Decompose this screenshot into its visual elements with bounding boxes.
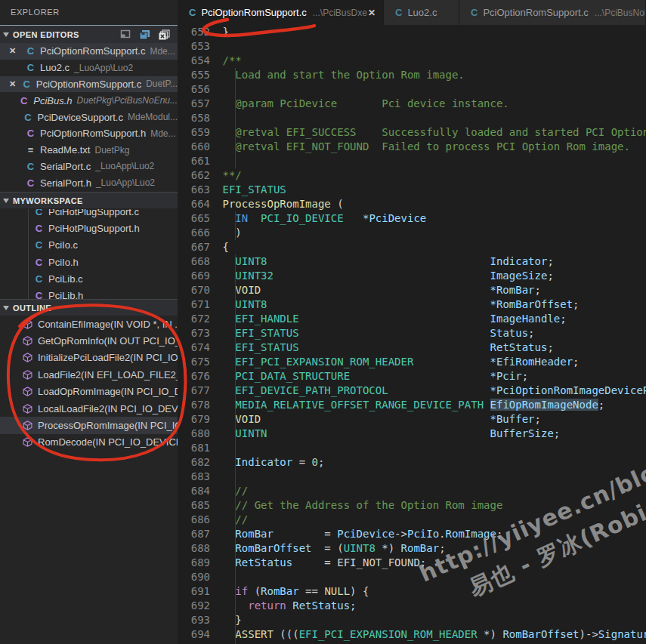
code-line[interactable]: 680 UINTN BufferSize; — [178, 427, 646, 441]
code-line[interactable]: 665 IN PCI_IO_DEVICE *PciDevice — [178, 211, 646, 226]
code-line[interactable]: 687 RomBar = PciDevice->PciIo.RomImage; — [178, 527, 646, 541]
code-line[interactable]: 676 PCI_DATA_STRUCTURE *Pcir; — [178, 369, 646, 384]
close-dirty-icon[interactable]: ✕ — [9, 79, 21, 89]
open-editor-item[interactable]: ✕CPciOptionRomSupport.cDuetP... — [0, 76, 178, 93]
new-file-icon[interactable] — [120, 29, 131, 39]
workspace-file-item[interactable]: CPciHotPlugSupport.h — [0, 220, 178, 236]
c-file-icon: C — [189, 7, 196, 18]
code-line[interactable]: 691 if (RomBar == NULL) { — [178, 584, 646, 599]
code-line[interactable]: 662**/ — [178, 168, 646, 183]
code-line[interactable]: 667{ — [178, 240, 646, 254]
save-all-icon[interactable] — [139, 29, 150, 40]
outline-symbol-item[interactable]: RomDecode(IN PCI_IO_DEVICE ... — [0, 434, 178, 451]
file-name: PciOptionRomSupport.c — [36, 79, 141, 90]
code-editor[interactable]: 652}653654/**655 Load and start the Opti… — [178, 25, 646, 644]
close-dirty-icon[interactable]: ✕ — [9, 46, 25, 56]
code-line[interactable]: 670 VOID *RomBar; — [178, 283, 646, 297]
workspace-file-item[interactable]: CPciIo.c — [0, 237, 178, 254]
code-line[interactable]: 682 Indicator = 0; — [178, 455, 646, 470]
workspace-file-item[interactable]: CPciLib.c — [0, 270, 178, 287]
code-line[interactable]: 655 Load and start the Option Rom image. — [178, 68, 646, 82]
code-line[interactable]: 690 — [178, 570, 646, 584]
tab-title: Luo2.c — [407, 7, 437, 18]
code-line[interactable]: 678 MEDIA_RELATIVE_OFFSET_RANGE_DEVICE_P… — [178, 398, 646, 412]
file-name: PciDeviceSupport.c — [38, 112, 123, 123]
outline-section-header[interactable]: OUTLINE — [0, 299, 178, 316]
code-line[interactable]: 657 @param PciDevice Pci device instance… — [178, 97, 646, 111]
open-editor-item[interactable]: ✕CPciOptionRomSupport.cMde... — [0, 43, 178, 60]
outline-symbol-item[interactable]: ContainEfiImage(IN VOID *, IN ... — [0, 316, 178, 332]
outline-symbol-item[interactable]: LoadFile2(IN EFI_LOAD_FILE2_PR... — [0, 366, 178, 383]
open-editor-item[interactable]: CSerialPort.c_LuoApp\Luo2 — [0, 159, 178, 175]
code-text: return RetStatus; — [223, 599, 357, 612]
tab-Luo2.c[interactable]: CLuo2.c — [384, 0, 459, 25]
code-line[interactable]: 689 RetStatus = EFI_NOT_FOUND; — [178, 556, 646, 570]
code-line[interactable]: 685 // Get the Address of the Option Rom… — [178, 498, 646, 513]
open-editor-item[interactable]: CSerialPort.h_LuoApp\Luo2 — [0, 174, 178, 191]
code-text: UINT8 *RomBarOffset; — [223, 298, 580, 310]
code-line[interactable]: 694 ASSERT (((EFI_PCI_EXPANSION_ROM_HEAD… — [178, 627, 646, 642]
open-editor-item[interactable]: CLuo2.c_LuoApp\Luo2 — [0, 60, 178, 76]
code-line[interactable]: 693 } — [178, 613, 646, 627]
code-line[interactable]: 669 UINT32 ImageSize; — [178, 269, 646, 283]
code-line[interactable]: 661 — [178, 154, 646, 168]
code-line[interactable]: 679 VOID *Buffer; — [178, 412, 646, 427]
code-line[interactable]: 659 @retval EFI_SUCCESS Successfully loa… — [178, 125, 646, 140]
file-path: DuetPkg — [94, 145, 129, 156]
open-editors-section-header[interactable]: OPEN EDITORS — [0, 25, 178, 43]
line-number: 681 — [178, 441, 210, 455]
workspace-section-header[interactable]: MYWORKSPACE — [0, 192, 178, 208]
outline-symbol-item[interactable]: ProcessOpRomImage(IN PCI_IO... — [0, 417, 178, 433]
outline-symbol-item[interactable]: InitializePciLoadFile2(IN PCI_IO_... — [0, 350, 178, 366]
line-number: 689 — [178, 556, 210, 570]
code-line[interactable]: 683 — [178, 470, 646, 484]
code-text: RomBarOffset = (UINT8 *) RomBar; — [223, 542, 446, 554]
code-text: VOID *RomBar; — [223, 284, 541, 296]
line-number: 688 — [178, 541, 210, 556]
code-text: EFI_STATUS RetStatus; — [223, 341, 554, 353]
code-line[interactable]: 688 RomBarOffset = (UINT8 *) RomBar; — [178, 541, 646, 556]
open-editor-item[interactable]: CPciBus.hDuetPkg\PciBusNoEnu... — [0, 92, 178, 109]
code-line[interactable]: 666 ) — [178, 226, 646, 240]
line-number: 657 — [178, 97, 210, 111]
code-line[interactable]: 675 EFI_PCI_EXPANSION_ROM_HEADER *EfiRom… — [178, 355, 646, 369]
line-number: 652 — [178, 25, 210, 39]
open-editor-item[interactable]: CPciDeviceSupport.cMdeModul... — [0, 109, 178, 125]
close-all-editors-icon[interactable] — [159, 29, 170, 40]
tab-PciOptionRomSupport.c[interactable]: CPciOptionRomSupport.c...\PciBusDxe✕ — [178, 0, 384, 25]
code-line[interactable]: 684 // — [178, 484, 646, 498]
close-tab-icon[interactable]: ✕ — [368, 8, 376, 18]
code-line[interactable]: 692 return RetStatus; — [178, 599, 646, 613]
code-line[interactable]: 653 — [178, 39, 646, 54]
code-line[interactable]: 660 @retval EFI_NOT_FOUND Failed to proc… — [178, 140, 646, 154]
code-line[interactable]: 658 — [178, 111, 646, 125]
code-line[interactable]: 664ProcessOpRomImage ( — [178, 197, 646, 211]
outline-symbol-item[interactable]: LocalLoadFile2(IN PCI_IO_DEVIC... — [0, 400, 178, 417]
code-line[interactable]: 677 EFI_DEVICE_PATH_PROTOCOL *PciOptionR… — [178, 384, 646, 398]
open-editor-item[interactable]: ≡ReadMe.txtDuetPkg — [0, 142, 178, 159]
code-line[interactable]: 681 — [178, 441, 646, 455]
code-line[interactable]: 686 // — [178, 513, 646, 527]
code-line[interactable]: 663EFI_STATUS — [178, 183, 646, 197]
c-file-icon: C — [395, 7, 402, 18]
code-line[interactable]: 671 UINT8 *RomBarOffset; — [178, 297, 646, 312]
code-line[interactable]: 652} — [178, 25, 646, 39]
code-text: EFI_STATUS Status; — [223, 327, 535, 339]
code-line[interactable]: 656 — [178, 82, 646, 97]
outline-symbol-item[interactable]: LoadOpRomImage(IN PCI_IO_D... — [0, 384, 178, 400]
tab-PciOptionRomSupport.c[interactable]: CPciOptionRomSupport.c...\PciBusNoE — [459, 0, 646, 25]
open-editor-item[interactable]: CPciOptionRomSupport.hMde... — [0, 125, 178, 142]
workspace-file-item[interactable]: CPciIo.h — [0, 254, 178, 270]
file-name: PciLib.c — [48, 273, 83, 285]
code-line[interactable]: 672 EFI_HANDLE ImageHandle; — [178, 312, 646, 326]
outline-symbol-item[interactable]: GetOpRomInfo(IN OUT PCI_IO_... — [0, 332, 178, 349]
code-line[interactable]: 654/** — [178, 54, 646, 68]
code-line[interactable]: 668 UINT8 Indicator; — [178, 254, 646, 269]
code-line[interactable]: 673 EFI_STATUS Status; — [178, 326, 646, 340]
code-line[interactable]: 674 EFI_STATUS RetStatus; — [178, 340, 646, 355]
workspace-file-item[interactable]: CPciHotPlugSupport.c — [0, 209, 178, 220]
line-number: 661 — [178, 154, 210, 168]
workspace-file-list: CPciHotPlugSupport.cCPciHotPlugSupport.h… — [0, 209, 178, 302]
code-text: EFI_PCI_EXPANSION_ROM_HEADER *EfiRomHead… — [223, 356, 580, 368]
code-text: /** — [223, 54, 242, 66]
